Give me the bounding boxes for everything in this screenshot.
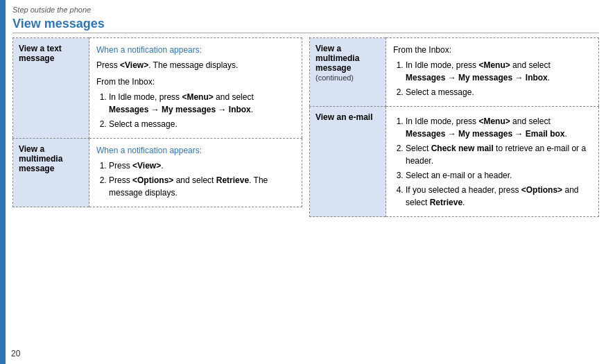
- step-item: Select an e-mail or a header.: [406, 169, 591, 182]
- view-multimedia-label: View a multimedia message: [13, 139, 89, 207]
- table-row: View an e-mail In Idle mode, press <Menu…: [310, 107, 599, 217]
- left-table: View a text message When a notification …: [12, 37, 302, 350]
- content-area: Step outside the phone View messages Vie…: [6, 0, 606, 364]
- step-item: In Idle mode, press <Menu> and select Me…: [109, 91, 295, 116]
- steps-list-2: Press <View>. Press <Options> and select…: [96, 159, 295, 199]
- press-view-text: Press <View>. The message displays.: [96, 59, 295, 71]
- steps-list-4: In Idle mode, press <Menu> and select Me…: [393, 115, 591, 209]
- notification-text-1: When a notification appears:: [96, 44, 295, 56]
- view-multimedia-continued-label: View a multimedia message (continued): [310, 38, 386, 107]
- step-item: In Idle mode, press <Menu> and select Me…: [406, 59, 591, 84]
- right-table: View a multimedia message (continued) Fr…: [309, 37, 599, 350]
- notification-text-2: When a notification appears:: [96, 144, 295, 157]
- steps-list-1: In Idle mode, press <Menu> and select Me…: [96, 91, 295, 130]
- page-container: Step outside the phone View messages Vie…: [0, 0, 606, 364]
- step-item: Press <View>.: [109, 159, 295, 172]
- step-item: Select Check new mail to retrieve an e-m…: [406, 142, 591, 167]
- step-item: Select a message.: [406, 86, 591, 98]
- view-multimedia-continued-content: From the Inbox: In Idle mode, press <Men…: [386, 38, 599, 107]
- table-row: View a multimedia message (continued) Fr…: [310, 38, 599, 107]
- tables-row: View a text message When a notification …: [12, 37, 599, 350]
- page-number: 20: [11, 349, 20, 358]
- section-title: View messages: [12, 17, 599, 33]
- view-multimedia-content: When a notification appears: Press <View…: [89, 139, 302, 207]
- from-inbox-label-1: From the Inbox:: [96, 76, 295, 88]
- table-row: View a text message When a notification …: [13, 38, 302, 139]
- step-item: If you selected a header, press <Options…: [406, 184, 591, 209]
- step-item: Press <Options> and select Retrieve. The…: [109, 174, 295, 199]
- step-item: In Idle mode, press <Menu> and select Me…: [406, 115, 591, 140]
- steps-list-3: In Idle mode, press <Menu> and select Me…: [393, 59, 591, 98]
- view-email-label: View an e-mail: [310, 107, 386, 217]
- view-text-message-label: View a text message: [13, 38, 89, 139]
- left-bar: [0, 0, 6, 364]
- view-text-message-content: When a notification appears: Press <View…: [89, 38, 302, 139]
- page-header: Step outside the phone: [12, 6, 599, 14]
- from-inbox-label-2: From the Inbox:: [393, 44, 591, 56]
- table-row: View a multimedia message When a notific…: [13, 139, 302, 207]
- view-email-content: In Idle mode, press <Menu> and select Me…: [386, 107, 599, 217]
- step-item: Select a message.: [109, 118, 295, 130]
